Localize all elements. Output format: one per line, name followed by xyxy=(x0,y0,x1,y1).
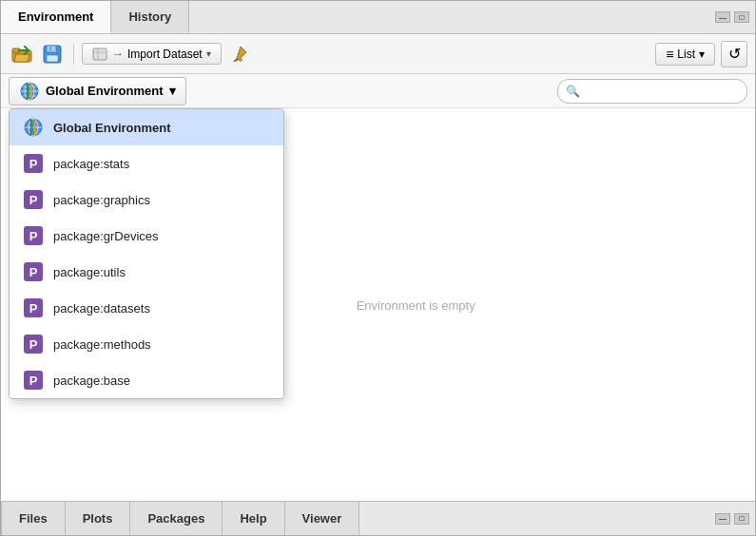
dropdown-item-global[interactable]: Global Environment xyxy=(10,109,283,145)
env-dropdown-arrow: ▾ xyxy=(169,84,176,98)
svg-rect-4 xyxy=(47,55,58,62)
package-icon-datasets: P xyxy=(24,298,43,317)
dropdown-item-datasets[interactable]: P package:datasets xyxy=(10,290,283,326)
svg-rect-5 xyxy=(49,47,51,51)
list-lines-icon: ≡ xyxy=(666,47,673,62)
toolbar-separator-1 xyxy=(73,44,74,65)
package-icon-methods: P xyxy=(24,335,43,354)
dropdown-item-methods[interactable]: P package:methods xyxy=(10,326,283,362)
import-table-icon xyxy=(92,48,107,61)
dropdown-item-graphics[interactable]: P package:graphics xyxy=(10,182,283,218)
broom-icon xyxy=(229,45,248,64)
save-icon xyxy=(42,44,63,65)
package-icon-utils: P xyxy=(24,262,43,281)
dropdown-item-utils[interactable]: P package:utils xyxy=(10,254,283,290)
maximize-button[interactable]: □ xyxy=(734,11,749,23)
window-controls: — □ xyxy=(715,1,755,33)
bottom-minimize-button[interactable]: — xyxy=(715,513,730,525)
dropdown-item-base[interactable]: P package:base xyxy=(10,362,283,398)
toolbar-right: ≡ List ▾ ↺ xyxy=(655,41,747,67)
bottom-tab-viewer[interactable]: Viewer xyxy=(285,502,360,535)
main-panel: Environment History — □ xyxy=(0,0,756,536)
empty-message: Environment is empty xyxy=(357,297,475,312)
open-button[interactable] xyxy=(9,41,35,67)
import-dataset-button[interactable]: → Import Dataset ▾ xyxy=(82,43,222,65)
main-content: Environment is empty Global Environment xyxy=(1,108,755,501)
package-icon-base: P xyxy=(24,371,43,390)
env-dropdown-menu: Global Environment P package:stats P pac… xyxy=(9,108,284,399)
bottom-tab-files[interactable]: Files xyxy=(1,502,66,535)
svg-rect-6 xyxy=(93,48,107,60)
package-icon-graphics: P xyxy=(24,190,43,209)
top-tab-bar: Environment History — □ xyxy=(1,1,755,34)
search-input[interactable] xyxy=(584,85,739,98)
package-icon-grDevices: P xyxy=(24,226,43,245)
bottom-tab-help[interactable]: Help xyxy=(223,502,284,535)
search-icon: 🔍 xyxy=(566,85,580,98)
bottom-tab-spacer xyxy=(359,502,715,535)
search-box: 🔍 xyxy=(557,79,747,104)
list-view-button[interactable]: ≡ List ▾ xyxy=(655,43,715,66)
open-folder-icon xyxy=(11,45,32,64)
bottom-tab-plots[interactable]: Plots xyxy=(66,502,131,535)
env-selector[interactable]: Global Environment ▾ xyxy=(9,77,186,105)
tab-history[interactable]: History xyxy=(111,1,189,33)
bottom-tab-bar: Files Plots Packages Help Viewer — □ xyxy=(1,501,755,535)
save-button[interactable] xyxy=(39,41,66,67)
refresh-button[interactable]: ↺ xyxy=(721,41,747,67)
bottom-maximize-button[interactable]: □ xyxy=(734,513,749,525)
env-bar: Global Environment ▾ 🔍 xyxy=(1,74,755,108)
toolbar: → Import Dataset ▾ ≡ List ▾ ↺ xyxy=(1,34,755,74)
tab-spacer xyxy=(189,1,715,33)
clear-button[interactable] xyxy=(225,41,252,67)
refresh-icon: ↺ xyxy=(728,45,741,63)
bottom-tab-packages[interactable]: Packages xyxy=(130,502,223,535)
bottom-window-controls: — □ xyxy=(715,502,755,535)
package-icon-stats: P xyxy=(24,154,43,173)
list-dropdown-arrow: ▾ xyxy=(699,48,705,61)
import-dropdown-arrow: ▾ xyxy=(206,48,211,59)
tab-environment[interactable]: Environment xyxy=(1,1,111,33)
dropdown-item-grDevices[interactable]: P package:grDevices xyxy=(10,218,283,254)
dropdown-globe-icon xyxy=(23,117,44,138)
import-arrow-icon: → xyxy=(111,47,124,61)
minimize-button[interactable]: — xyxy=(715,11,730,23)
dropdown-item-stats[interactable]: P package:stats xyxy=(10,145,283,182)
global-env-icon xyxy=(19,81,40,102)
